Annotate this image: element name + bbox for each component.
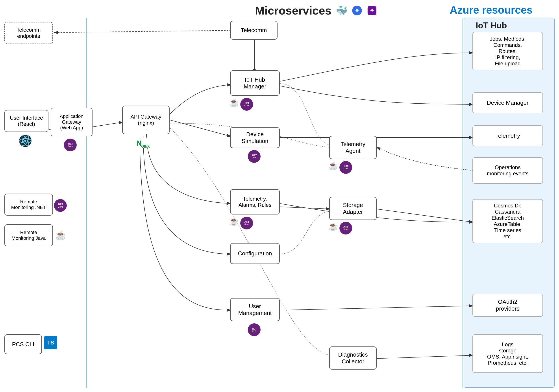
nginx-badge: N GINX — [135, 137, 151, 150]
net-badge-iot: .NET Core — [240, 98, 253, 111]
telemetry-agent-box: TelemetryAgent — [329, 136, 377, 159]
svg-text:GINX: GINX — [141, 144, 150, 148]
divider-left — [86, 18, 87, 388]
telemetry-alarms-box: Telemetry,Alarms, Rules — [230, 189, 280, 214]
telemetry-agent-badges: ☕ .NET Core — [328, 161, 352, 174]
svg-text:⎈: ⎈ — [355, 8, 359, 13]
java-badge-rm-java: ☕ — [54, 228, 65, 242]
react-badge — [19, 134, 32, 148]
telemetry-azure-box: Telemetry — [472, 125, 543, 146]
oauth2-box: OAuth2providers — [472, 294, 543, 317]
svg-line-14 — [377, 355, 473, 359]
java-badge-tel-agent: ☕ — [328, 161, 338, 174]
net-core-badge-rm-net: .NET Core — [54, 199, 67, 212]
kubernetes-icon: ⎈ — [352, 5, 363, 16]
svg-line-13 — [280, 306, 473, 310]
user-management-box: UserManagement — [230, 298, 280, 321]
java-badge-alarms: ☕ — [229, 217, 239, 229]
svg-line-9 — [88, 122, 123, 128]
svg-point-19 — [24, 140, 27, 142]
diagnostics-collector-box: DiagnosticsCollector — [329, 347, 377, 370]
logs-storage-box: LogsstorageOMS, AppInsight,Prometheus, e… — [472, 334, 543, 373]
storage-adapter-box: StorageAdapter — [329, 197, 377, 220]
device-manager-box: Device Manager — [472, 92, 543, 113]
net-badge-user-mgmt: .NET Core — [248, 323, 261, 336]
net-badge-tel-agent: .NET Core — [339, 161, 352, 174]
azure-resources-title: Azure resources — [450, 4, 532, 16]
java-badge-iot: ☕ — [229, 98, 239, 111]
svg-text:✦: ✦ — [370, 7, 374, 14]
svg-line-12 — [280, 207, 330, 209]
storage-adapter-badges: ☕ .NET Core — [328, 222, 352, 234]
java-badge-storage: ☕ — [328, 222, 338, 234]
svg-line-10 — [170, 120, 231, 136]
api-gateway-box: API Gateway(nginx) — [122, 106, 170, 134]
iot-hub-manager-box: IoT HubManager — [230, 70, 280, 96]
telecomm-box: Telecomm — [230, 21, 278, 40]
page-title: Microservices 🐳 ⎈ ✦ — [255, 4, 378, 17]
device-simulation-box: DeviceSimulation — [230, 127, 280, 148]
svg-text:☕: ☕ — [55, 230, 65, 241]
divider-right — [463, 18, 463, 388]
net-badge-storage: .NET Core — [339, 222, 352, 234]
docker-icon: 🐳 — [335, 5, 348, 16]
svg-line-6 — [54, 30, 231, 33]
svg-line-11 — [377, 209, 473, 222]
remote-monitoring-net-box: RemoteMonitoring .NET — [4, 194, 53, 216]
telecomm-endpoints-box: Telecommendpoints — [4, 22, 53, 44]
net-badge-alarms: .NET Core — [240, 217, 253, 229]
iot-hub-manager-badges: ☕ .NET Core — [229, 98, 253, 111]
net-core-badge-appgateway: .NET Core — [64, 139, 77, 151]
app-gateway-box: ApplicationGateway(Web App) — [51, 108, 93, 136]
dapr-icon: ✦ — [366, 5, 378, 16]
configuration-box: Configuration — [230, 243, 280, 264]
iot-jobs-box: Jobs, Methods,Commands,Routes,IP filteri… — [472, 32, 543, 70]
typescript-badge-pcs: TS — [44, 336, 57, 349]
iot-hub-section-title: IoT Hub — [476, 21, 507, 30]
remote-monitoring-java-box: RemoteMonitoring Java — [4, 224, 53, 246]
telemetry-alarms-badges: ☕ .NET Core — [229, 217, 253, 229]
ops-monitoring-box: Operationsmonitoring events — [472, 157, 543, 184]
cosmos-db-box: Cosmos DbCassandraElasticSearchAzureTabl… — [472, 199, 543, 243]
svg-text:N: N — [136, 139, 142, 147]
user-interface-box: User Interface(React) — [4, 110, 48, 132]
net-badge-device-sim: .NET Core — [248, 150, 261, 163]
pcs-cli-box: PCS CLI — [4, 334, 42, 354]
